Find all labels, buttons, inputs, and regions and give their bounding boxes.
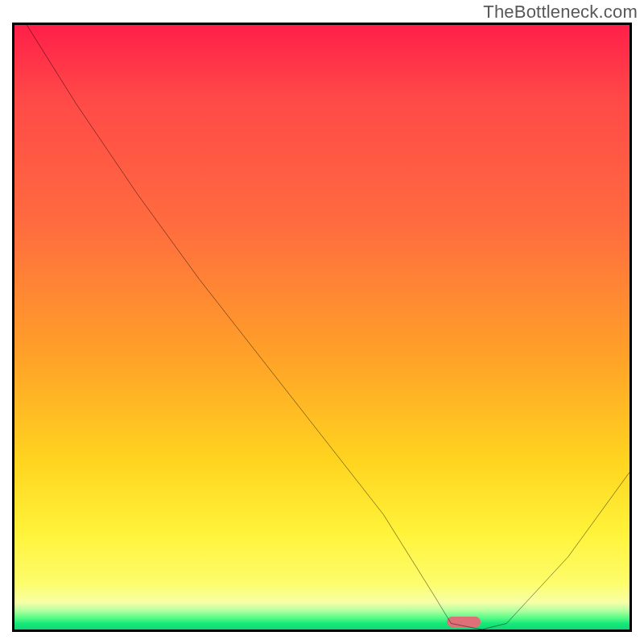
plot-border-top [12, 23, 632, 25]
plot-border-bottom [12, 630, 632, 632]
plot-border-right [630, 23, 632, 632]
plot-border-left [12, 23, 14, 632]
watermark-text: TheBottleneck.com [483, 2, 638, 23]
bottleneck-curve [14, 25, 630, 630]
bottleneck-chart [12, 23, 632, 632]
